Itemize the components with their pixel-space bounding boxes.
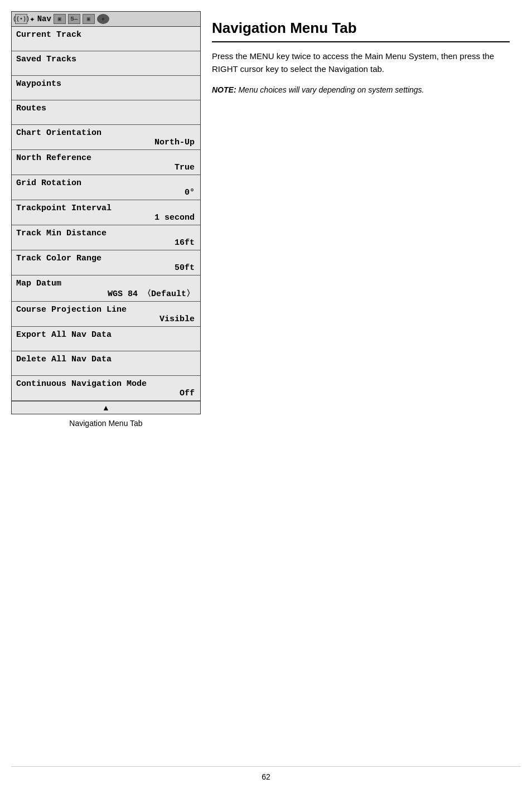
photo-icon: ▣ [83,14,95,24]
menu-item-track-min-distance[interactable]: Track Min Distance 16ft [12,225,200,250]
menu-value-grid-rotation: 0° [16,188,196,197]
menu-value-chart-orientation: North-Up [16,138,196,147]
arrow-up-icon: ▲ [102,403,110,412]
panel-caption: Navigation Menu Tab [69,419,142,428]
menu-label-delete-all-nav-data: Delete All Nav Data [16,355,196,364]
dot-icon: ● [97,14,109,24]
menu-item-north-reference[interactable]: North Reference True [12,150,200,175]
menu-item-routes[interactable]: Routes [12,100,200,125]
menu-value-track-color-range: 50ft [16,263,196,273]
menu-value-north-reference: True [16,163,196,172]
menu-label-continuous-navigation-mode: Continuous Navigation Mode [16,379,196,389]
map-icon: ▣ [54,14,66,24]
menu-label-routes: Routes [16,104,196,113]
menu-label-current-track: Current Track [16,30,196,40]
left-menu-panel: Current Track Saved Tracks Waypoints Rou… [11,27,201,414]
page-number: 62 [11,766,521,787]
right-panel: Navigation Menu Tab Press the MENU key t… [201,11,521,766]
speaker-icon: ((•)) [15,14,27,24]
main-content: ((•)) ✦ Nav ▣ 5— ▣ ● Current Track Saved… [11,11,521,766]
note-text: NOTE: Menu choices will vary depending o… [212,84,510,96]
nav-star-icon: ✦ [30,13,35,25]
menu-value-course-projection-line: Visible [16,315,196,324]
page-container: ((•)) ✦ Nav ▣ 5— ▣ ● Current Track Saved… [0,0,532,798]
menu-label-export-all-nav-data: Export All Nav Data [16,330,196,340]
menu-item-track-color-range[interactable]: Track Color Range 50ft [12,250,200,275]
nav-toolbar[interactable]: ((•)) ✦ Nav ▣ 5— ▣ ● [11,11,201,27]
menu-item-delete-all-nav-data[interactable]: Delete All Nav Data [12,351,200,376]
menu-label-track-min-distance: Track Min Distance [16,229,196,238]
menu-item-waypoints[interactable]: Waypoints [12,76,200,100]
left-panel-wrapper: ((•)) ✦ Nav ▣ 5— ▣ ● Current Track Saved… [11,11,201,766]
menu-item-chart-orientation[interactable]: Chart Orientation North-Up [12,125,200,150]
menu-value-track-min-distance: 16ft [16,238,196,248]
page-title: Navigation Menu Tab [212,20,510,42]
menu-label-waypoints: Waypoints [16,79,196,89]
menu-item-map-datum[interactable]: Map Datum WGS 84 〈Default〉 [12,275,200,302]
menu-item-trackpoint-interval[interactable]: Trackpoint Interval 1 second [12,200,200,225]
menu-item-course-projection-line[interactable]: Course Projection Line Visible [12,302,200,327]
menu-label-map-datum: Map Datum [16,279,196,288]
note-body: Menu choices will vary depending on syst… [238,85,424,94]
menu-label-chart-orientation: Chart Orientation [16,128,196,138]
menu-item-continuous-navigation-mode[interactable]: Continuous Navigation Mode Off [12,376,200,401]
note-label: NOTE: [212,85,236,94]
menu-item-grid-rotation[interactable]: Grid Rotation 0° [12,175,200,200]
menu-value-map-datum: WGS 84 〈Default〉 [16,288,196,299]
menu-item-current-track[interactable]: Current Track [12,27,200,51]
menu-label-saved-tracks: Saved Tracks [16,55,196,64]
menu-value-trackpoint-interval: 1 second [16,213,196,223]
menu-label-north-reference: North Reference [16,153,196,163]
menu-label-track-color-range: Track Color Range [16,254,196,263]
scroll-arrow[interactable]: ▲ [12,401,200,414]
menu-item-export-all-nav-data[interactable]: Export All Nav Data [12,327,200,351]
menu-label-course-projection-line: Course Projection Line [16,305,196,315]
menu-value-continuous-navigation-mode: Off [16,389,196,398]
description-text: Press the MENU key twice to access the M… [212,50,510,75]
menu-label-trackpoint-interval: Trackpoint Interval [16,204,196,213]
menu-item-saved-tracks[interactable]: Saved Tracks [12,51,200,76]
caption-area: Navigation Menu Tab [11,414,201,430]
minus-icon: 5— [68,14,80,24]
menu-label-grid-rotation: Grid Rotation [16,178,196,188]
nav-label: Nav [37,14,51,23]
